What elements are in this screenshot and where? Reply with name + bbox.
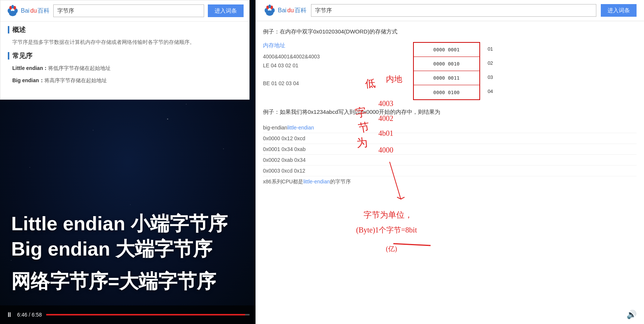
enter-btn-right[interactable]: 进入词条	[601, 4, 637, 17]
section-bar-1	[8, 26, 9, 33]
diagram-row-3: 0000 0011	[414, 71, 479, 85]
right-content: 例子：在内存中双字0x01020304(DWORD)的存储方式 内存地址 400…	[256, 21, 644, 324]
x86-label: x86系列CPU都是little-endian的字节序	[263, 179, 351, 185]
little-endian-link: little-endian	[287, 125, 314, 131]
baidu-paw-icon-right	[263, 4, 276, 17]
right-panel: Baidu百科 进入词条 例子：在内存中双字0x01020304(DWORD)的…	[256, 0, 644, 324]
list-item-2: Big endian：将高序字节存储在起始地址	[12, 76, 242, 84]
progress-bar[interactable]	[46, 314, 250, 315]
baidu-header-right: Baidu百科 进入词条	[256, 0, 644, 21]
big-endian-label: big-endianlittle-endian	[263, 125, 315, 131]
diagram-row-1: 0000 0001	[414, 43, 479, 57]
big-text-line-3: 网络字节序=大端字节序	[11, 269, 244, 294]
baidu-logo-left: Baidu百科	[6, 4, 50, 17]
row-0002-label: 0x0002 0xab 0x34	[263, 157, 315, 163]
endian-row: big-endianlittle-endian	[263, 122, 637, 133]
logo-du: du	[30, 7, 37, 14]
common-sequence-list: Little endian：将低序字节存储在起始地址 Big endian：将高…	[8, 64, 242, 84]
list-item-1: Little endian：将低序字节存储在起始地址	[12, 64, 242, 72]
volume-control[interactable]: 🔊	[626, 310, 637, 320]
baidu-header-left: Baidu百科 进入词条	[0, 0, 249, 22]
baidu-logo-right: Baidu百科	[263, 4, 307, 17]
side-num-01: 01	[488, 42, 493, 56]
little-endian-link-2: little-endian	[303, 179, 330, 185]
row-0000: 0x0000 0x12 0xcd	[263, 133, 637, 144]
memory-address-col: 内存地址 4000&4001&4002&4003 LE 04 03 02 01 …	[263, 42, 320, 100]
search-input-right[interactable]	[311, 4, 596, 17]
mem-row-le: LE 04 03 02 01	[263, 62, 320, 68]
row-0001-label: 0x0001 0x34 0xab	[263, 146, 315, 152]
big-text-line-1: Little endian 小端字节序	[11, 211, 244, 237]
baidu-paw-icon	[6, 4, 19, 17]
memory-section-1: 内存地址 4000&4001&4002&4003 LE 04 03 02 01 …	[263, 42, 637, 100]
mem-addr-row-combined: 4000&4001&4002&4003	[263, 54, 320, 60]
volume-icon: 🔊	[626, 310, 637, 319]
mem-addr-label: 内存地址	[263, 42, 320, 49]
side-num-02: 02	[488, 56, 493, 70]
svg-point-11	[268, 4, 271, 8]
time-display: 6:46 / 6:58	[17, 312, 42, 318]
side-num-03: 03	[488, 70, 493, 84]
x86-row: x86系列CPU都是little-endian的字节序	[263, 176, 637, 187]
progress-fill	[46, 314, 245, 315]
search-input-left[interactable]	[53, 4, 204, 17]
baidu-card-left: Baidu百科 进入词条 概述 字节序是指多字节数据在计算机内存中存储或者网络传…	[0, 0, 250, 100]
example1-title: 例子：在内存中双字0x01020304(DWORD)的存储方式	[263, 27, 637, 36]
logo-bai-right: Bai	[278, 7, 286, 14]
list-item-2-val: 将高序字节存储在起始地址	[44, 77, 107, 83]
example2-title: 例子：如果我们将0x1234abcd写入到以0x0000开始的内存中，则结果为	[263, 108, 637, 116]
svg-text:字节为单位，: 字节为单位，	[364, 210, 413, 219]
pause-button[interactable]: ⏸	[6, 311, 13, 319]
logo-baike-right: 百科	[295, 7, 307, 15]
section-bar-2	[8, 52, 9, 60]
row-0001: 0x0001 0x34 0xab	[263, 144, 637, 155]
enter-btn-left[interactable]: 进入词条	[208, 4, 244, 17]
row-0002: 0x0002 0xab 0x34	[263, 155, 637, 166]
svg-text:(亿): (亿)	[386, 245, 397, 253]
side-num-04: 04	[488, 84, 493, 99]
mem-row-be: BE 01 02 03 04	[263, 80, 320, 86]
row-0000-label: 0x0000 0x12 0xcd	[263, 135, 315, 141]
svg-line-23	[393, 244, 431, 246]
logo-baike: 百科	[38, 7, 50, 15]
section2-title: 常见序	[8, 51, 242, 60]
section1-title: 概述	[8, 25, 242, 34]
big-text-line-2: Big endian 大端字节序	[11, 237, 244, 262]
logo-du-right: du	[287, 7, 294, 14]
diagram-row-2: 0000 0010	[414, 57, 479, 71]
memory-diagram: 0000 0001 0000 0010 0000 0011 0000 0100	[413, 42, 480, 100]
left-panel: Baidu百科 进入词条 概述 字节序是指多字节数据在计算机内存中存储或者网络传…	[0, 0, 256, 324]
svg-text:4003: 4003	[378, 99, 393, 108]
row-0003: 0x0003 0xcd 0x12	[263, 166, 637, 176]
content-left: 概述 字节序是指多字节数据在计算机内存中存储或者网络传输时各字节的存储顺序。 常…	[0, 22, 249, 92]
video-container: Baidu百科 进入词条 概述 字节序是指多字节数据在计算机内存中存储或者网络传…	[0, 0, 644, 324]
list-item-1-key: Little endian：	[12, 65, 48, 71]
diagram-side-nums: 01 02 03 04	[488, 42, 493, 99]
video-controls[interactable]: ⏸ 6:46 / 6:58	[0, 305, 256, 324]
section1-desc: 字节序是指多字节数据在计算机内存中存储或者网络传输时各字节的存储顺序。	[8, 38, 242, 46]
row-0003-label: 0x0003 0xcd 0x12	[263, 168, 315, 174]
diagram-row-4: 0000 0100	[414, 85, 479, 99]
memory-diagram-container: 0000 0001 0000 0010 0000 0011 0000 0100 …	[413, 42, 480, 100]
list-item-2-key: Big endian：	[12, 77, 44, 83]
svg-point-5	[11, 5, 14, 9]
list-item-1-val: 将低序字节存储在起始地址	[48, 65, 111, 71]
svg-text:(Byte)1个字节=8bit: (Byte)1个字节=8bit	[356, 226, 417, 234]
logo-bai: Bai	[21, 7, 29, 14]
big-text-overlay: Little endian 小端字节序 Big endian 大端字节序 网络字…	[0, 204, 256, 302]
